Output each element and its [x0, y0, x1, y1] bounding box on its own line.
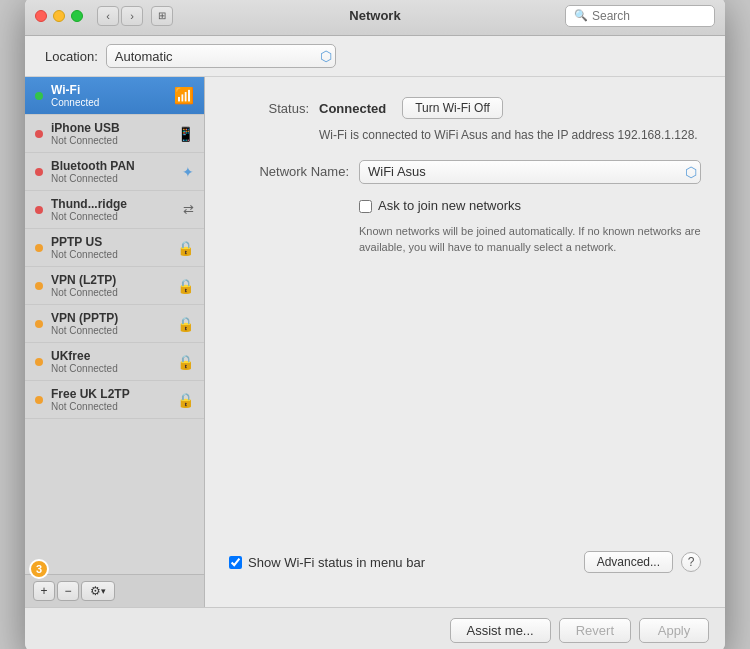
ask-to-join-description: Known networks will be joined automatica…	[359, 223, 701, 256]
net-status-thunderidge: Not Connected	[51, 211, 177, 222]
status-dot-ukfree	[35, 358, 43, 366]
show-wifi-checkbox[interactable]	[229, 556, 242, 569]
net-name-pptp: PPTP US	[51, 235, 171, 249]
net-status-iphone: Not Connected	[51, 135, 171, 146]
sidebar-item-pptp-us[interactable]: PPTP US Not Connected 🔒	[25, 229, 204, 267]
status-dot-free-uk	[35, 396, 43, 404]
location-select[interactable]: Automatic	[106, 44, 336, 68]
status-label: Status:	[229, 101, 309, 116]
gear-button[interactable]: ⚙ ▾	[81, 581, 115, 601]
status-dot-vpn-pptp	[35, 320, 43, 328]
show-wifi-row: Show Wi-Fi status in menu bar Advanced..…	[229, 551, 701, 573]
net-name-vpn-l2tp: VPN (L2TP)	[51, 273, 171, 287]
status-row: Status: Connected Turn Wi-Fi Off	[229, 97, 701, 119]
status-dot-bluetooth	[35, 168, 43, 176]
bottom-buttons: Assist me... Revert Apply	[25, 607, 725, 649]
lock-icon-vpn-l2tp: 🔒	[177, 278, 194, 294]
turn-wifi-off-button[interactable]: Turn Wi-Fi Off	[402, 97, 503, 119]
close-button[interactable]	[35, 10, 47, 22]
arrows-icon: ⇄	[183, 202, 194, 217]
status-dot-thunderidge	[35, 206, 43, 214]
apply-button[interactable]: Apply	[639, 618, 709, 643]
sidebar-item-vpn-pptp[interactable]: VPN (PPTP) Not Connected 🔒	[25, 305, 204, 343]
sidebar-footer: 3 + − ⚙ ▾	[25, 574, 204, 607]
status-dot-wifi	[35, 92, 43, 100]
net-status-free-uk: Not Connected	[51, 401, 171, 412]
remove-network-button[interactable]: −	[57, 581, 79, 601]
net-status-pptp: Not Connected	[51, 249, 171, 260]
content-area: Wi-Fi Connected 📶 iPhone USB Not Connect…	[25, 77, 725, 607]
net-name-ukfree: UKfree	[51, 349, 171, 363]
search-input[interactable]	[592, 9, 706, 23]
forward-button[interactable]: ›	[121, 6, 143, 26]
search-icon: 🔍	[574, 9, 588, 22]
network-window: ‹ › ⊞ Network 🔍 Location: Automatic ⬡ Wi…	[25, 0, 725, 649]
sidebar-item-ukfree[interactable]: UKfree Not Connected 🔒	[25, 343, 204, 381]
location-bar: Location: Automatic ⬡	[25, 36, 725, 77]
sidebar: Wi-Fi Connected 📶 iPhone USB Not Connect…	[25, 77, 205, 607]
network-name-label: Network Name:	[229, 164, 349, 179]
bluetooth-icon: ✦	[182, 164, 194, 180]
net-name-thunderidge: Thund...ridge	[51, 197, 177, 211]
ask-to-join-label[interactable]: Ask to join new networks	[378, 198, 521, 213]
gear-icon: ⚙	[90, 584, 101, 598]
net-name-wifi: Wi-Fi	[51, 83, 168, 97]
status-dot-vpn-l2tp	[35, 282, 43, 290]
help-button[interactable]: ?	[681, 552, 701, 572]
sidebar-item-thunderidge[interactable]: Thund...ridge Not Connected ⇄	[25, 191, 204, 229]
badge: 3	[29, 559, 49, 579]
nav-buttons: ‹ ›	[97, 6, 143, 26]
status-value: Connected	[319, 101, 386, 116]
net-status-vpn-l2tp: Not Connected	[51, 287, 171, 298]
maximize-button[interactable]	[71, 10, 83, 22]
location-label: Location:	[45, 49, 98, 64]
assist-me-button[interactable]: Assist me...	[450, 618, 551, 643]
sidebar-item-iphone-usb[interactable]: iPhone USB Not Connected 📱	[25, 115, 204, 153]
ask-to-join-row: Ask to join new networks	[359, 198, 701, 213]
net-status-wifi: Connected	[51, 97, 168, 108]
show-wifi-label[interactable]: Show Wi-Fi status in menu bar	[248, 555, 584, 570]
sidebar-item-vpn-l2tp[interactable]: VPN (L2TP) Not Connected 🔒	[25, 267, 204, 305]
sidebar-item-bluetooth-pan[interactable]: Bluetooth PAN Not Connected ✦	[25, 153, 204, 191]
advanced-button[interactable]: Advanced...	[584, 551, 673, 573]
net-status-ukfree: Not Connected	[51, 363, 171, 374]
status-dot-pptp	[35, 244, 43, 252]
back-button[interactable]: ‹	[97, 6, 119, 26]
status-description: Wi-Fi is connected to WiFi Asus and has …	[319, 127, 701, 144]
network-name-select[interactable]: WiFi Asus	[359, 160, 701, 184]
titlebar: ‹ › ⊞ Network 🔍	[25, 0, 725, 36]
net-name-iphone: iPhone USB	[51, 121, 171, 135]
chevron-down-icon: ▾	[101, 586, 106, 596]
traffic-lights	[35, 10, 83, 22]
net-status-bluetooth: Not Connected	[51, 173, 176, 184]
net-name-vpn-pptp: VPN (PPTP)	[51, 311, 171, 325]
net-status-vpn-pptp: Not Connected	[51, 325, 171, 336]
network-name-select-wrapper: WiFi Asus ⬡	[359, 160, 701, 184]
wifi-icon: 📶	[174, 86, 194, 105]
minimize-button[interactable]	[53, 10, 65, 22]
lock-icon-free-uk: 🔒	[177, 392, 194, 408]
revert-button[interactable]: Revert	[559, 618, 631, 643]
lock-icon-vpn-pptp: 🔒	[177, 316, 194, 332]
net-name-free-uk: Free UK L2TP	[51, 387, 171, 401]
add-network-button[interactable]: +	[33, 581, 55, 601]
ask-to-join-checkbox[interactable]	[359, 200, 372, 213]
search-box[interactable]: 🔍	[565, 5, 715, 27]
location-select-wrapper: Automatic ⬡	[106, 44, 336, 68]
lock-icon-ukfree: 🔒	[177, 354, 194, 370]
grid-button[interactable]: ⊞	[151, 6, 173, 26]
sidebar-item-wifi[interactable]: Wi-Fi Connected 📶	[25, 77, 204, 115]
lock-icon-pptp: 🔒	[177, 240, 194, 256]
network-name-row: Network Name: WiFi Asus ⬡	[229, 160, 701, 184]
main-panel: Status: Connected Turn Wi-Fi Off Wi-Fi i…	[205, 77, 725, 607]
status-dot-iphone	[35, 130, 43, 138]
phone-icon: 📱	[177, 126, 194, 142]
window-title: Network	[349, 8, 400, 23]
net-name-bluetooth: Bluetooth PAN	[51, 159, 176, 173]
sidebar-item-free-uk-l2tp[interactable]: Free UK L2TP Not Connected 🔒	[25, 381, 204, 419]
